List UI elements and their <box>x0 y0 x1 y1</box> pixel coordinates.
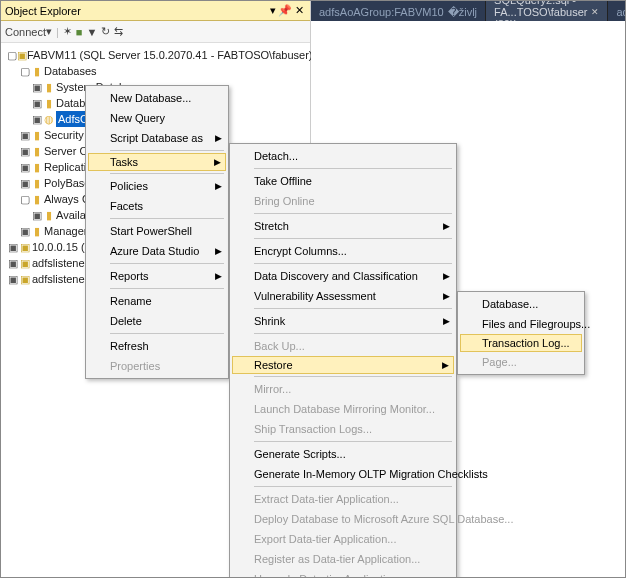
filter-icon[interactable]: ▼ <box>87 26 98 38</box>
menu-item-take-offline[interactable]: Take Offline <box>232 171 454 191</box>
stop-icon[interactable]: ■ <box>76 26 83 38</box>
submenu-arrow-icon: ▶ <box>215 181 222 191</box>
dropdown-icon[interactable]: ▾ <box>270 4 276 17</box>
menu-item-azure-data-studio[interactable]: Azure Data Studio▶ <box>88 241 226 261</box>
connect-button[interactable]: Connect ▾ <box>5 25 52 38</box>
submenu-restore: Database... Files and Filegroups... Tran… <box>457 291 585 375</box>
close-icon[interactable]: ✕ <box>292 4 306 17</box>
disconnect-icon[interactable]: ✶ <box>63 25 72 38</box>
menu-item-ship-tx-logs: Ship Transaction Logs... <box>232 419 454 439</box>
submenu-arrow-icon: ▶ <box>443 316 450 326</box>
menu-item-encrypt-columns[interactable]: Encrypt Columns... <box>232 241 454 261</box>
menu-item-generate-oltp[interactable]: Generate In-Memory OLTP Migration Checkl… <box>232 464 454 484</box>
menu-item-facets[interactable]: Facets <box>88 196 226 216</box>
tab-sqlquery2[interactable]: SQLQuery2.sql - FA...TOSO\fabuser (80))✕ <box>486 1 608 21</box>
menu-item-launch-mirroring: Launch Database Mirroring Monitor... <box>232 399 454 419</box>
menu-item-restore[interactable]: Restore▶ <box>232 356 454 374</box>
menu-item-delete[interactable]: Delete <box>88 311 226 331</box>
menu-item-register-datatier: Register as Data-tier Application... <box>232 549 454 569</box>
submenu-arrow-icon: ▶ <box>443 271 450 281</box>
submenu-arrow-icon: ▶ <box>215 271 222 281</box>
menu-item-export-datatier: Export Data-tier Application... <box>232 529 454 549</box>
menu-item-restore-database[interactable]: Database... <box>460 294 582 314</box>
submenu-arrow-icon: ▶ <box>443 221 450 231</box>
submenu-arrow-icon: ▶ <box>214 157 221 167</box>
tree-folder-databases[interactable]: ▢▮Databases <box>7 63 310 79</box>
menu-item-shrink[interactable]: Shrink▶ <box>232 311 454 331</box>
menu-item-restore-transaction-log[interactable]: Transaction Log... <box>460 334 582 352</box>
menu-item-script-database-as[interactable]: Script Database as▶ <box>88 128 226 148</box>
menu-item-rename[interactable]: Rename <box>88 291 226 311</box>
menu-item-bring-online: Bring Online <box>232 191 454 211</box>
menu-item-stretch[interactable]: Stretch▶ <box>232 216 454 236</box>
menu-item-mirror: Mirror... <box>232 379 454 399</box>
menu-item-data-discovery[interactable]: Data Discovery and Classification▶ <box>232 266 454 286</box>
context-menu-database: New Database... New Query Script Databas… <box>85 85 229 379</box>
sync-icon[interactable]: ⇆ <box>114 25 123 38</box>
menu-item-new-query[interactable]: New Query <box>88 108 226 128</box>
menu-item-vulnerability[interactable]: Vulnerability Assessment▶ <box>232 286 454 306</box>
menu-item-restore-page: Page... <box>460 352 582 372</box>
menu-item-reports[interactable]: Reports▶ <box>88 266 226 286</box>
submenu-arrow-icon: ▶ <box>215 133 222 143</box>
refresh-icon[interactable]: ↻ <box>101 25 110 38</box>
submenu-tasks: Detach... Take Offline Bring Online Stre… <box>229 143 457 578</box>
tab-close-icon[interactable]: ✕ <box>591 7 599 17</box>
panel-titlebar: Object Explorer ▾ 📌 ✕ <box>1 1 310 21</box>
panel-toolbar: Connect ▾ | ✶ ■ ▼ ↻ ⇆ <box>1 21 310 43</box>
menu-item-deploy-azure: Deploy Database to Microsoft Azure SQL D… <box>232 509 454 529</box>
menu-item-tasks[interactable]: Tasks▶ <box>88 153 226 171</box>
submenu-arrow-icon: ▶ <box>442 360 449 370</box>
tab-pin-icon[interactable]: �življ <box>448 6 477 19</box>
pin-icon[interactable]: 📌 <box>278 4 292 17</box>
menu-item-restore-files-filegroups[interactable]: Files and Filegroups... <box>460 314 582 334</box>
panel-title: Object Explorer <box>5 5 270 17</box>
menu-item-generate-scripts[interactable]: Generate Scripts... <box>232 444 454 464</box>
menu-item-policies[interactable]: Policies▶ <box>88 176 226 196</box>
tab-adfsaoagroup[interactable]: adfsAoAGroup:FABVM10�življ <box>311 1 486 21</box>
tree-server-root[interactable]: ▢▣FABVM11 (SQL Server 15.0.2070.41 - FAB… <box>7 47 310 63</box>
menu-item-new-database[interactable]: New Database... <box>88 88 226 108</box>
menu-item-back-up: Back Up... <box>232 336 454 356</box>
menu-item-upgrade-datatier: Upgrade Data-tier Application... <box>232 569 454 578</box>
menu-item-detach[interactable]: Detach... <box>232 146 454 166</box>
menu-item-start-powershell[interactable]: Start PowerShell <box>88 221 226 241</box>
tab-adfsa[interactable]: adfsA <box>608 1 626 21</box>
menu-item-properties: Properties <box>88 356 226 376</box>
submenu-arrow-icon: ▶ <box>215 246 222 256</box>
submenu-arrow-icon: ▶ <box>443 291 450 301</box>
menu-item-extract-datatier: Extract Data-tier Application... <box>232 489 454 509</box>
menu-item-refresh[interactable]: Refresh <box>88 336 226 356</box>
editor-tabstrip: adfsAoAGroup:FABVM10�življ SQLQuery2.sql… <box>311 1 625 21</box>
